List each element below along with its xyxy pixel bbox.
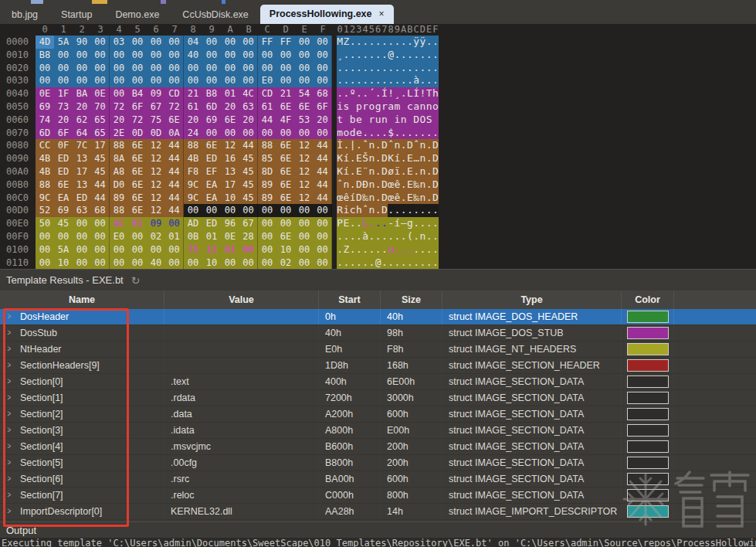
column-header-color[interactable]: Color — [622, 290, 674, 309]
hex-byte[interactable]: 00 — [110, 257, 128, 270]
template-row-section-7-[interactable]: >Section[7].relocC000h800hstruct IMAGE_S… — [0, 488, 756, 504]
hex-byte[interactable]: 6E — [295, 100, 314, 114]
hex-byte[interactable]: 00 — [184, 62, 202, 75]
hex-byte[interactable]: 70 — [91, 100, 110, 114]
hex-byte[interactable]: 00 — [54, 74, 73, 87]
hex-byte[interactable]: EA — [202, 178, 221, 192]
ascii-text[interactable]: mode....$....... — [337, 127, 439, 140]
hex-byte[interactable]: 00 — [295, 204, 314, 217]
hex-byte[interactable]: 44 — [314, 178, 332, 192]
expand-chevron-icon[interactable]: > — [8, 455, 12, 471]
hex-byte[interactable]: 00 — [36, 257, 54, 270]
hex-byte[interactable]: 6D — [36, 127, 54, 140]
hex-byte[interactable]: 67 — [239, 217, 258, 230]
hex-byte[interactable]: 00 — [184, 74, 202, 87]
hex-byte[interactable]: 0E — [221, 230, 239, 243]
hex-byte[interactable]: 74 — [36, 114, 54, 127]
hex-byte[interactable]: 44 — [165, 139, 184, 152]
hex-byte[interactable]: 16 — [221, 152, 239, 165]
hex-byte[interactable]: 12 — [147, 139, 165, 152]
hex-byte[interactable]: 00 — [54, 230, 73, 243]
ascii-text[interactable]: is program canno — [337, 100, 439, 114]
expand-chevron-icon[interactable]: > — [8, 390, 12, 406]
hex-byte[interactable]: 00 — [258, 127, 276, 140]
template-row-section-0-[interactable]: >Section[0].text400h6E00hstruct IMAGE_SE… — [0, 374, 756, 390]
hex-byte[interactable]: 75 — [184, 243, 202, 257]
template-row-section-4-[interactable]: >Section[4].msvcjmcB600h200hstruct IMAGE… — [0, 439, 756, 455]
hex-byte[interactable]: 20 — [184, 114, 202, 127]
hex-byte[interactable]: 0D — [147, 127, 165, 140]
hex-byte[interactable]: 00 — [258, 49, 276, 62]
hex-byte[interactable]: 00 — [221, 62, 239, 75]
hex-byte[interactable]: 6E — [128, 139, 147, 152]
hex-byte[interactable]: 00 — [36, 62, 54, 75]
hex-byte[interactable]: 2E — [110, 127, 128, 140]
hex-byte[interactable]: ED — [54, 152, 73, 165]
hex-byte[interactable]: 44 — [91, 192, 110, 205]
hex-byte[interactable]: 00 — [239, 74, 258, 87]
ascii-text[interactable]: ˆn.DÐn.Dœê.E‰n.D — [337, 178, 439, 192]
color-swatch[interactable] — [627, 505, 669, 518]
hex-byte[interactable]: 00 — [295, 74, 314, 87]
hex-byte[interactable]: 4C — [110, 217, 128, 230]
hex-byte[interactable]: 00 — [147, 243, 165, 257]
hex-row-0100[interactable]: 0100005A0000000000007513010000100000.Z..… — [0, 243, 756, 257]
expand-chevron-icon[interactable]: > — [8, 406, 12, 422]
hex-byte[interactable]: E0 — [110, 230, 128, 243]
ascii-text[interactable]: .Z......u....... — [337, 243, 439, 257]
hex-byte[interactable]: 00 — [110, 62, 128, 75]
hex-byte[interactable]: 00 — [202, 36, 221, 49]
hex-byte[interactable]: 73 — [54, 100, 73, 114]
hex-byte[interactable]: B8 — [202, 87, 221, 100]
hex-row-0020[interactable]: 002000000000000000000000000000000000....… — [0, 62, 756, 75]
hex-byte[interactable]: 8D — [258, 165, 276, 178]
hex-byte[interactable]: 90 — [73, 36, 91, 49]
hex-byte[interactable]: 45 — [54, 217, 73, 230]
hex-byte[interactable]: FF — [258, 36, 276, 49]
hex-byte[interactable]: F8 — [184, 165, 202, 178]
hex-byte[interactable]: E0 — [258, 74, 276, 87]
hex-row-0030[interactable]: 0030000000000000000000000000E0000000....… — [0, 74, 756, 87]
hex-byte[interactable]: 4C — [239, 87, 258, 100]
hex-byte[interactable]: 02 — [147, 230, 165, 243]
hex-byte[interactable]: 20 — [314, 114, 332, 127]
hex-byte[interactable]: 44 — [165, 178, 184, 192]
hex-byte[interactable]: 00 — [184, 204, 202, 217]
hex-byte[interactable]: EA — [202, 192, 221, 205]
hex-byte[interactable]: 9C — [36, 192, 54, 205]
hex-byte[interactable]: 00 — [239, 36, 258, 49]
hex-byte[interactable]: 53 — [295, 114, 314, 127]
hex-row-0080[interactable]: 0080CC0F7C17886E1244886E1244886E1244Ì.|.… — [0, 139, 756, 152]
hex-byte[interactable]: 00 — [202, 204, 221, 217]
color-swatch[interactable] — [627, 375, 669, 388]
hex-byte[interactable]: 6E — [128, 152, 147, 165]
hex-byte[interactable]: 6E — [276, 178, 295, 192]
hex-byte[interactable]: 40 — [147, 257, 165, 270]
column-header-value[interactable]: Value — [164, 290, 319, 309]
hex-byte[interactable]: 6E — [128, 165, 147, 178]
hex-byte[interactable]: 5A — [54, 36, 73, 49]
hex-byte[interactable]: 17 — [221, 178, 239, 192]
hex-byte[interactable]: 4B — [184, 152, 202, 165]
hex-byte[interactable]: 00 — [73, 257, 91, 270]
expand-chevron-icon[interactable]: > — [8, 488, 12, 503]
hex-byte[interactable]: 00 — [221, 127, 239, 140]
hex-byte[interactable]: 6F — [128, 100, 147, 114]
hex-byte[interactable]: 00 — [239, 49, 258, 62]
hex-byte[interactable]: 00 — [295, 217, 314, 230]
template-row-section-1-[interactable]: >Section[1].rdata7200h3000hstruct IMAGE_… — [0, 390, 756, 406]
hex-byte[interactable]: 00 — [165, 217, 184, 230]
hex-byte[interactable]: 00 — [147, 74, 165, 87]
hex-row-0070[interactable]: 00706D6F64652E0D0D0A2400000000000000mode… — [0, 127, 756, 140]
hex-byte[interactable]: 00 — [73, 74, 91, 87]
hex-byte[interactable]: 03 — [110, 36, 128, 49]
hex-byte[interactable]: 00 — [128, 49, 147, 62]
hex-byte[interactable]: 13 — [221, 165, 239, 178]
hex-byte[interactable]: 00 — [295, 36, 314, 49]
hex-byte[interactable]: 6E — [165, 114, 184, 127]
hex-byte[interactable]: 44 — [165, 165, 184, 178]
hex-byte[interactable]: 44 — [314, 192, 332, 205]
hex-byte[interactable]: CD — [165, 87, 184, 100]
refresh-icon[interactable]: ↻ — [131, 274, 141, 287]
hex-byte[interactable]: 00 — [239, 257, 258, 270]
